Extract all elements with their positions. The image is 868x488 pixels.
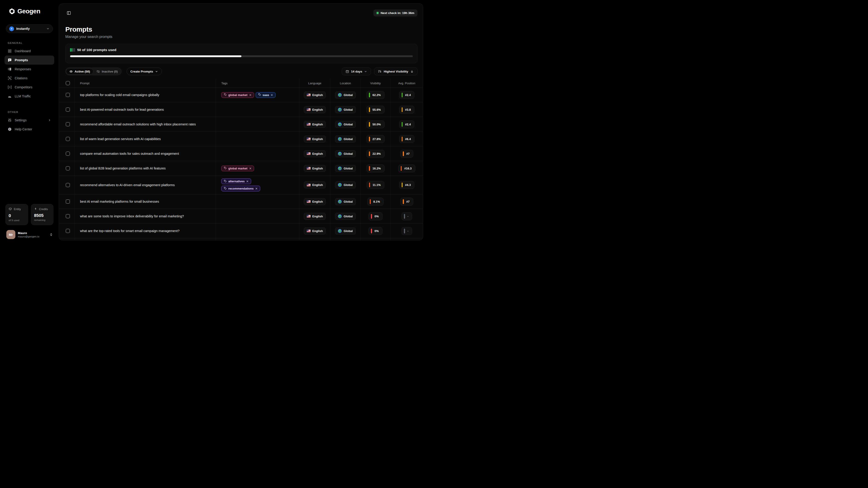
tag-chip[interactable]: alternatives [221, 178, 251, 184]
credits-value: 8505 [34, 213, 51, 218]
metric-value: #2.4 [405, 123, 411, 126]
row-checkbox[interactable] [66, 166, 70, 170]
metric-value: 62.2% [373, 93, 381, 97]
toolbar: Active (50) Inactive (0) Create Prompts … [65, 68, 417, 75]
sidebar-item-llm-traffic[interactable]: LLM Traffic [4, 92, 54, 101]
sidebar-collapse-button[interactable] [65, 9, 72, 16]
tab-active[interactable]: Active (50) [66, 68, 93, 74]
row-checkbox-cell [59, 117, 74, 131]
tab-inactive[interactable]: Inactive (0) [93, 68, 121, 74]
sidebar-item-label: Responses [15, 67, 31, 71]
sidebar-item-responses[interactable]: Responses [4, 65, 54, 74]
row-checkbox[interactable] [66, 199, 70, 203]
prompts-table: PromptTagsLanguageLocationVisibilityAvg.… [59, 79, 423, 240]
credits-card: Credits 8505 remaining [31, 204, 54, 225]
select-all-checkbox[interactable] [66, 81, 70, 85]
language-cell: English [299, 132, 331, 146]
metric-bar-icon [401, 166, 402, 171]
tag-chip[interactable]: recommendations [221, 186, 260, 191]
row-checkbox[interactable] [66, 93, 70, 97]
location-label: Global [344, 108, 352, 111]
us-flag-icon [307, 94, 311, 96]
metric-value: - [408, 215, 408, 218]
geogen-logo-icon [8, 8, 16, 15]
calendar-icon [346, 70, 349, 73]
language-badge: English [304, 121, 326, 128]
table-row: list of warm lead generation services wi… [59, 131, 423, 146]
metric-bar-icon [369, 166, 370, 171]
entity-card: Entity 0 of 9 used [5, 204, 28, 225]
location-cell: Global [331, 194, 361, 209]
globe-icon [338, 152, 342, 156]
language-cell: English [299, 161, 331, 175]
tag-label: saas [263, 93, 269, 97]
sidebar-item-help-center[interactable]: Help Center [4, 125, 54, 134]
location-badge: Global [335, 182, 355, 188]
metric-value: 0% [375, 215, 379, 218]
sidebar-item-prompts[interactable]: Prompts [4, 56, 54, 65]
tag-chip[interactable]: global market [221, 92, 254, 98]
avg-position-cell: - [391, 224, 423, 238]
sidebar-item-citations[interactable]: Citations [4, 74, 54, 83]
user-menu[interactable]: Mr Mauro mauro@geogen.io [6, 230, 53, 239]
create-prompts-button[interactable]: Create Prompts [127, 68, 162, 75]
table-row: list of global B2B lead generation platf… [59, 161, 423, 175]
row-checkbox[interactable] [66, 229, 70, 233]
table-row: what are some tools to improve inbox del… [59, 209, 423, 223]
tag-remove-icon[interactable] [249, 167, 252, 170]
sidebar-item-settings[interactable]: Settings [4, 116, 54, 125]
globe-icon [338, 183, 342, 187]
prompt-text: what are some tools to improve inbox del… [80, 215, 184, 218]
visibility-badge: 16.2% [366, 164, 384, 172]
sort-button[interactable]: Highest Visibility [374, 68, 417, 75]
tag-remove-icon[interactable] [246, 180, 249, 183]
prompt-cell: best AI email marketing platforms for sm… [74, 194, 216, 209]
usage-label: 50 of 100 prompts used [77, 48, 116, 52]
workspace-selector[interactable]: Instantly [6, 24, 53, 33]
bolt-icon [34, 207, 37, 211]
table-row: best AI-powered email outreach platforms… [59, 238, 423, 240]
metric-value: 55.6% [373, 108, 381, 111]
tag-chip[interactable]: saas [256, 92, 276, 98]
help-icon [8, 127, 12, 131]
prompt-text: compare email automation tools for sales… [80, 152, 179, 156]
row-checkbox[interactable] [66, 137, 70, 141]
tag-remove-icon[interactable] [249, 94, 252, 96]
language-label: English [312, 123, 323, 126]
tag-remove-icon[interactable] [255, 187, 258, 190]
avg-position-badge: #16.3 [398, 164, 415, 172]
avg-position-cell: #7 [391, 147, 423, 161]
avg-position-cell: #4.3 [391, 176, 423, 194]
chevron-right-icon [48, 119, 51, 122]
column-header-label: Location [340, 82, 351, 85]
metric-value: #7 [406, 200, 410, 203]
language-cell: English [299, 224, 331, 238]
next-check-text: Next check in: 19h 36m [381, 11, 414, 15]
tags-list: alternativesrecommendations [221, 178, 282, 191]
tag-chip[interactable]: global market [221, 166, 254, 171]
row-checkbox[interactable] [66, 214, 70, 218]
tag-label: global market [228, 93, 248, 97]
metric-value: 50.0% [373, 123, 381, 126]
sidebar-item-competitors[interactable]: Competitors [4, 83, 54, 92]
table-row: what are the top-rated tools for smart e… [59, 223, 423, 238]
language-cell: English [299, 209, 331, 223]
sidebar-item-dashboard[interactable]: Dashboard [4, 46, 54, 56]
row-checkbox[interactable] [66, 107, 70, 111]
settings-icon [8, 118, 12, 122]
row-checkbox[interactable] [66, 122, 70, 126]
location-cell: Global [331, 161, 361, 175]
tag-label: recommendations [228, 187, 254, 190]
date-range-button[interactable]: 14 days [342, 68, 371, 75]
tag-remove-icon[interactable] [271, 94, 273, 96]
table-row: recommend alternatives to AI-driven emai… [59, 175, 423, 194]
column-header: Visibility [361, 79, 391, 88]
workspace-name: Instantly [16, 27, 44, 31]
column-header: Prompt [74, 79, 216, 88]
usage-progress-track [70, 55, 413, 57]
metric-value: 0% [375, 229, 379, 233]
row-checkbox[interactable] [66, 152, 70, 156]
metric-value: #4.3 [405, 183, 411, 187]
avg-position-cell: #2.4 [391, 117, 423, 131]
row-checkbox[interactable] [66, 183, 70, 187]
